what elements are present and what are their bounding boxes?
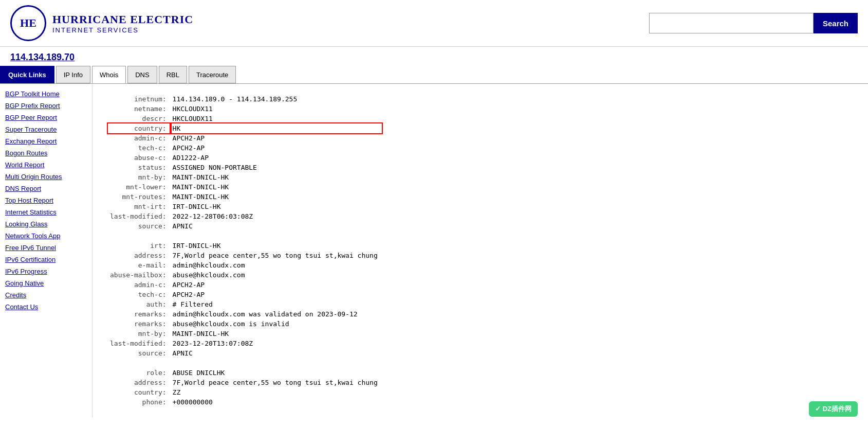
table-row: netname: HKCLOUDX11 — [108, 104, 382, 114]
field-value: HK — [171, 123, 382, 133]
field-value: 7F,World peace center,55 wo tong tsui st… — [171, 378, 382, 387]
table-row: tech-c: APCH2-AP — [108, 143, 382, 153]
sidebar-item-ipv6-progress[interactable]: IPv6 Progress — [0, 265, 92, 277]
field-value: MAINT-DNICL-HK — [171, 172, 382, 182]
table-row: phone: +000000000 — [108, 397, 382, 407]
tab-traceroute[interactable]: Traceroute — [189, 66, 236, 83]
sidebar-item-network-tools-app[interactable]: Network Tools App — [0, 230, 92, 242]
field-value: IRT-DNICL-HK — [171, 202, 382, 211]
logo-name: HURRICANE ELECTRIC — [52, 13, 193, 26]
field-value: admin@hkcloudx.com was validated on 2023… — [171, 309, 382, 319]
sidebar-item-free-ipv6-tunnel[interactable]: Free IPv6 Tunnel — [0, 242, 92, 254]
table-row: role: ABUSE DNICLHK — [108, 368, 382, 378]
sidebar-item-looking-glass[interactable]: Looking Glass — [0, 218, 92, 230]
table-row: address: 7F,World peace center,55 wo ton… — [108, 378, 382, 387]
field-name: mnt-by: — [108, 172, 171, 182]
table-row: source: APNIC — [108, 348, 382, 358]
sidebar-item-going-native[interactable]: Going Native — [0, 277, 92, 289]
field-value: ABUSE DNICLHK — [171, 368, 382, 378]
sidebar-item-ipv6-certification[interactable]: IPv6 Certification — [0, 254, 92, 265]
field-name: address: — [108, 251, 171, 260]
table-row: remarks: abuse@hkcloudx.com is invalid — [108, 319, 382, 329]
field-name: inetnum: — [108, 94, 171, 104]
field-name: auth: — [108, 299, 171, 309]
tab-whois[interactable]: Whois — [92, 66, 126, 83]
logo-text: HURRICANE ELECTRIC INTERNET SERVICES — [52, 13, 193, 34]
field-name: descr: — [108, 114, 171, 123]
field-name: abuse-mailbox: — [108, 270, 171, 280]
ip-title-area: 114.134.189.70 — [0, 47, 868, 66]
field-name: tech-c: — [108, 143, 171, 153]
field-name: address: — [108, 378, 171, 387]
sidebar-item-super-traceroute[interactable]: Super Traceroute — [0, 123, 92, 135]
table-row: abuse-mailbox: abuse@hkcloudx.com — [108, 270, 382, 280]
table-row: mnt-by: MAINT-DNICL-HK — [108, 329, 382, 339]
tab-rbl[interactable]: RBL — [159, 66, 187, 83]
table-row: mnt-irt: IRT-DNICL-HK — [108, 202, 382, 211]
header: HE HURRICANE ELECTRIC INTERNET SERVICES … — [0, 0, 868, 47]
whois-table: inetnum: 114.134.189.0 - 114.134.189.255… — [108, 94, 382, 407]
field-value: 2023-12-20T13:07:08Z — [171, 339, 382, 348]
whois-content: inetnum: 114.134.189.0 - 114.134.189.255… — [93, 84, 868, 417]
logo-icon: HE — [10, 5, 46, 41]
sidebar-item-bgp-prefix-report[interactable]: BGP Prefix Report — [0, 100, 92, 112]
field-name: last-modified: — [108, 211, 171, 221]
field-value: 114.134.189.0 - 114.134.189.255 — [171, 94, 382, 104]
sidebar-item-exchange-report[interactable]: Exchange Report — [0, 135, 92, 147]
tab-ip-info[interactable]: IP Info — [56, 66, 90, 83]
field-name: country: — [108, 123, 171, 133]
field-value: MAINT-DNICL-HK — [171, 192, 382, 202]
sidebar-item-credits[interactable]: Credits — [0, 289, 92, 301]
field-value: APCH2-AP — [171, 280, 382, 290]
search-button[interactable]: Search — [814, 13, 858, 33]
logo-subtitle: INTERNET SERVICES — [52, 26, 193, 34]
sidebar-item-contact-us[interactable]: Contact Us — [0, 301, 92, 313]
field-name: admin-c: — [108, 280, 171, 290]
country-row: country: HK — [108, 123, 382, 133]
field-name: remarks: — [108, 309, 171, 319]
field-name: admin-c: — [108, 133, 171, 143]
table-row: irt: IRT-DNICL-HK — [108, 241, 382, 251]
field-name: status: — [108, 163, 171, 172]
sidebar-item-internet-statistics[interactable]: Internet Statistics — [0, 206, 92, 218]
field-value: ZZ — [171, 387, 382, 397]
field-value: 2022-12-28T06:03:08Z — [171, 211, 382, 221]
ip-title[interactable]: 114.134.189.70 — [10, 52, 75, 62]
sidebar-item-bgp-toolkit-home[interactable]: BGP Toolkit Home — [0, 88, 92, 100]
field-name: irt: — [108, 241, 171, 251]
field-name: e-mail: — [108, 260, 171, 270]
field-value: +000000000 — [171, 397, 382, 407]
table-row: address: 7F,World peace center,55 wo ton… — [108, 251, 382, 260]
sidebar-item-bogon-routes[interactable]: Bogon Routes — [0, 147, 92, 159]
field-value: APCH2-AP — [171, 290, 382, 299]
sidebar-item-multi-origin-routes[interactable]: Multi Origin Routes — [0, 171, 92, 183]
field-name: netname: — [108, 104, 171, 114]
table-row: inetnum: 114.134.189.0 - 114.134.189.255 — [108, 94, 382, 104]
main-layout: BGP Toolkit Home BGP Prefix Report BGP P… — [0, 84, 868, 417]
field-value: AD1222-AP — [171, 153, 382, 163]
table-row: descr: HKCLOUDX11 — [108, 114, 382, 123]
field-value: # Filtered — [171, 299, 382, 309]
quick-links-button[interactable]: Quick Links — [0, 66, 54, 83]
field-value: IRT-DNICL-HK — [171, 241, 382, 251]
table-row: mnt-by: MAINT-DNICL-HK — [108, 172, 382, 182]
field-value: MAINT-DNICL-HK — [171, 329, 382, 339]
search-input[interactable] — [649, 13, 814, 33]
sidebar-item-top-host-report[interactable]: Top Host Report — [0, 194, 92, 206]
table-row: remarks: admin@hkcloudx.com was validate… — [108, 309, 382, 319]
field-value: 7F,World peace center,55 wo tong tsui st… — [171, 251, 382, 260]
sidebar-item-world-report[interactable]: World Report — [0, 159, 92, 171]
table-row-empty — [108, 358, 382, 368]
field-name: mnt-irt: — [108, 202, 171, 211]
table-row: mnt-routes: MAINT-DNICL-HK — [108, 192, 382, 202]
sidebar-item-bgp-peer-report[interactable]: BGP Peer Report — [0, 112, 92, 123]
field-value: HKCLOUDX11 — [171, 114, 382, 123]
field-value: abuse@hkcloudx.com is invalid — [171, 319, 382, 329]
field-value: APCH2-AP — [171, 143, 382, 153]
logo-area: HE HURRICANE ELECTRIC INTERNET SERVICES — [10, 5, 649, 41]
search-area: Search — [649, 13, 858, 33]
field-name: tech-c: — [108, 290, 171, 299]
sidebar-item-dns-report[interactable]: DNS Report — [0, 183, 92, 194]
field-name: mnt-routes: — [108, 192, 171, 202]
tab-dns[interactable]: DNS — [127, 66, 157, 83]
